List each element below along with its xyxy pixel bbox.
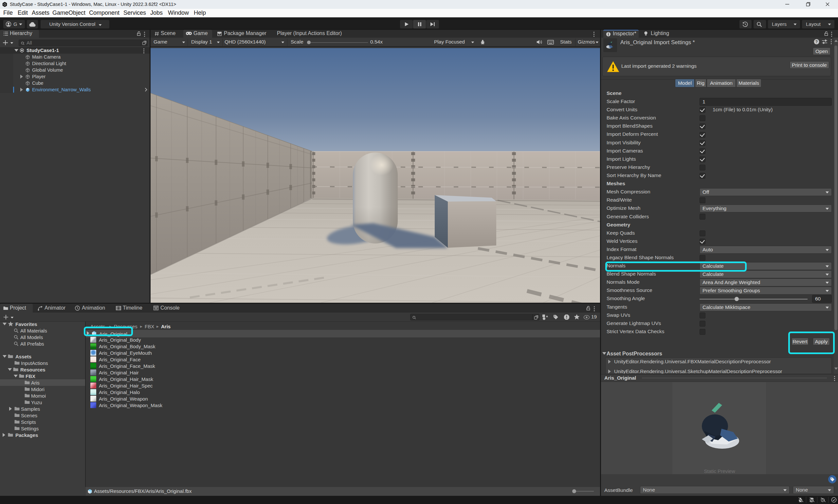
svg-text:?: ? xyxy=(816,40,818,44)
